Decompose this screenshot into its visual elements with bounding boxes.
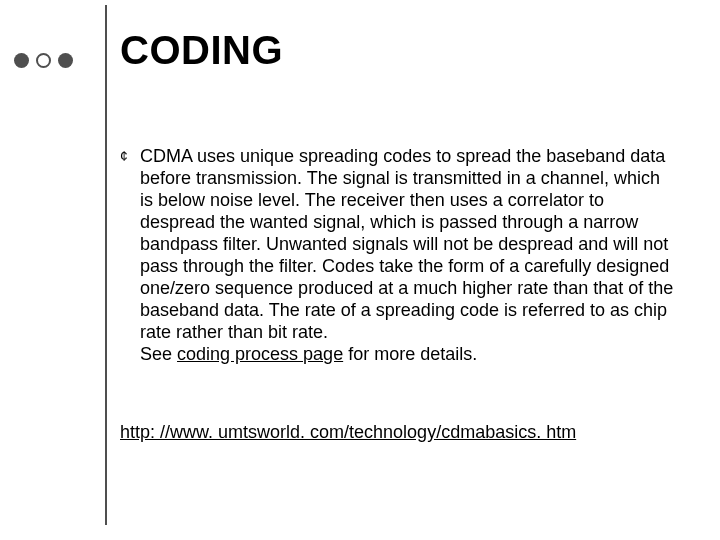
bullet-glyph: ¢: [120, 145, 140, 167]
coding-process-link[interactable]: coding process page: [177, 344, 343, 364]
vertical-divider: [105, 5, 107, 525]
slide-title: CODING: [120, 28, 283, 73]
bullet-text: CDMA uses unique spreading codes to spre…: [140, 145, 675, 365]
body-paragraph: CDMA uses unique spreading codes to spre…: [140, 146, 673, 342]
reference-url-block: http: //www. umtsworld. com/technology/c…: [120, 421, 675, 443]
body-text-block: ¢ CDMA uses unique spreading codes to sp…: [120, 145, 675, 365]
slide: CODING ¢ CDMA uses unique spreading code…: [0, 0, 720, 540]
decorative-dots: [14, 53, 73, 68]
dot-icon: [36, 53, 51, 68]
reference-url-link[interactable]: http: //www. umtsworld. com/technology/c…: [120, 422, 576, 442]
see-prefix: See: [140, 344, 177, 364]
bullet-item: ¢ CDMA uses unique spreading codes to sp…: [120, 145, 675, 365]
dot-icon: [14, 53, 29, 68]
dot-icon: [58, 53, 73, 68]
see-suffix: for more details.: [343, 344, 477, 364]
